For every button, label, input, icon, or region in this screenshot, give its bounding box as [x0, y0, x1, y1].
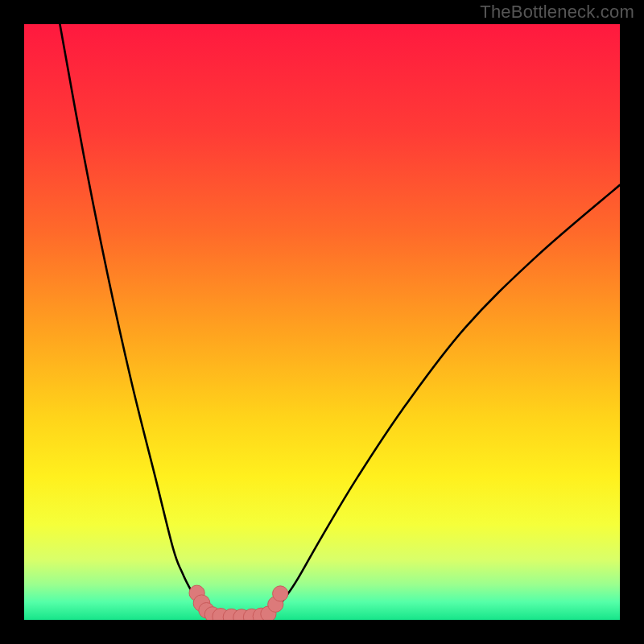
- watermark-text: TheBottleneck.com: [480, 2, 634, 23]
- frame: TheBottleneck.com: [0, 0, 644, 644]
- curve-left-branch: [60, 24, 221, 617]
- curve-beads: [189, 585, 288, 620]
- curve-right-branch: [262, 185, 620, 617]
- curve-layer: [24, 24, 620, 620]
- bead-marker: [273, 586, 288, 601]
- plot-area: [24, 24, 620, 620]
